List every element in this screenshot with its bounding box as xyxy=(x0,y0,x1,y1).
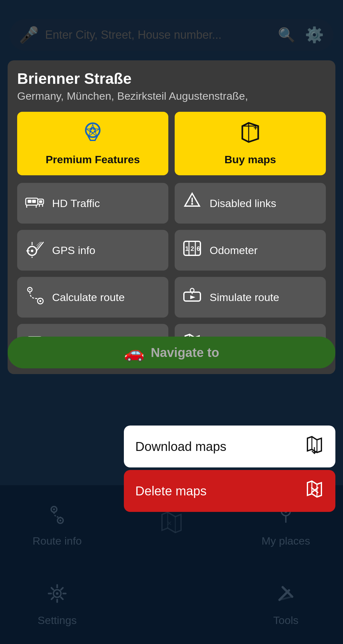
svg-text:6: 6 xyxy=(197,245,200,252)
simulate-route-button[interactable]: Simulate route xyxy=(175,277,326,318)
svg-rect-12 xyxy=(39,200,42,203)
delete-maps-popup[interactable]: Delete maps xyxy=(124,470,335,512)
premium-icon xyxy=(82,121,104,148)
gps-info-label: GPS info xyxy=(52,244,95,257)
svg-marker-36 xyxy=(190,295,195,299)
svg-rect-10 xyxy=(32,200,36,203)
svg-text:+: + xyxy=(253,124,258,132)
disabled-links-button[interactable]: Disabled links xyxy=(175,183,326,224)
navigate-label: Navigate to xyxy=(151,345,219,360)
hd-traffic-label: HD Traffic xyxy=(52,197,100,210)
calculate-route-button[interactable]: Calculate route xyxy=(17,277,168,318)
navigate-bar[interactable]: 🚗 Navigate to xyxy=(8,337,335,368)
disabled-links-label: Disabled links xyxy=(210,197,276,210)
buy-maps-button[interactable]: + Buy maps xyxy=(175,112,326,175)
gps-info-button[interactable]: GPS info xyxy=(17,230,168,271)
svg-point-19 xyxy=(191,203,193,205)
yellow-buttons-row: Premium Features + Buy maps xyxy=(17,112,326,175)
delete-maps-label: Delete maps xyxy=(135,484,207,498)
gps-info-icon xyxy=(24,239,46,262)
svg-rect-9 xyxy=(28,200,31,203)
delete-maps-icon xyxy=(305,480,324,502)
main-panel: Brienner Straße Germany, München, Bezirk… xyxy=(8,60,335,374)
svg-point-24 xyxy=(31,250,33,252)
disabled-links-icon xyxy=(181,192,203,215)
svg-rect-8 xyxy=(26,198,38,205)
simulate-route-label: Simulate route xyxy=(210,291,279,304)
download-maps-label: Download maps xyxy=(135,439,226,454)
hd-traffic-button[interactable]: HD Traffic xyxy=(17,183,168,224)
buy-maps-label: Buy maps xyxy=(225,153,276,166)
simulate-route-icon xyxy=(181,286,203,309)
svg-text:1: 1 xyxy=(185,245,189,252)
download-maps-popup[interactable]: Download maps xyxy=(124,426,335,467)
odometer-button[interactable]: 1 2 6 Odometer xyxy=(175,230,326,271)
address-title: Brienner Straße xyxy=(17,70,326,87)
navigate-car-icon: 🚗 xyxy=(124,343,145,362)
calculate-route-label: Calculate route xyxy=(52,291,125,304)
odometer-icon: 1 2 6 xyxy=(181,239,203,262)
hd-traffic-icon xyxy=(24,193,46,213)
address-subtitle: Germany, München, Bezirksteil Augustenst… xyxy=(17,90,326,102)
premium-features-button[interactable]: Premium Features xyxy=(17,112,168,175)
premium-features-label: Premium Features xyxy=(46,153,140,166)
buy-maps-icon: + xyxy=(239,121,261,148)
svg-text:2: 2 xyxy=(191,245,194,252)
svg-point-32 xyxy=(29,289,30,290)
download-maps-icon xyxy=(305,435,324,458)
svg-point-34 xyxy=(39,300,41,302)
calculate-route-icon xyxy=(24,286,46,309)
odometer-label: Odometer xyxy=(210,244,258,257)
